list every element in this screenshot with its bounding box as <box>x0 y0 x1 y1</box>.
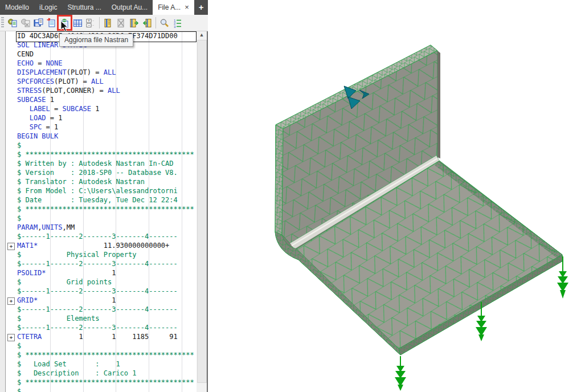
code-line[interactable]: $------1-------2-------3-------4------- <box>17 324 194 333</box>
code-line[interactable]: CEND <box>17 50 194 59</box>
code-line[interactable]: $ Physical Property <box>17 251 194 260</box>
code-line[interactable]: CTETRA 1 1 1185 91 <box>17 333 194 342</box>
code-segment: $------1-------2-------3-------4------- <box>17 260 178 268</box>
code-line[interactable]: $------1-------2-------3-------4------- <box>17 260 194 269</box>
bookmark-icon[interactable] <box>101 16 114 30</box>
code-segment: $ From Model : C:\Users\alessandrotorni <box>17 187 178 195</box>
code-line[interactable]: $ <box>17 387 194 392</box>
code-segment: NONE <box>46 59 63 67</box>
code-line[interactable]: ECHO = NONE <box>17 59 194 68</box>
code-line[interactable]: $ Translator : Autodesk Nastran <box>17 178 194 187</box>
tab-modello[interactable]: Modello <box>0 0 34 15</box>
code-line[interactable]: $ <box>17 214 194 223</box>
tab-filea[interactable]: File A...× <box>153 0 194 15</box>
expand-collapse-icon[interactable]: +− <box>84 16 97 30</box>
code-line[interactable]: $ Load Set : 1 <box>17 360 194 369</box>
nastran-code-editor[interactable]: ID 4DC3AD6E-404C-431C-89D6-7F374D71DD00S… <box>6 31 197 392</box>
code-segment: (PLOT) = <box>67 68 104 76</box>
bookmark-next-icon[interactable] <box>128 16 141 30</box>
tooltip: Aggiorna file Nastran <box>59 34 133 47</box>
find-icon[interactable] <box>158 16 171 30</box>
editor-vertical-scrollbar[interactable]: ▲ <box>197 31 207 392</box>
run-analysis-disabled-icon[interactable] <box>19 16 32 30</box>
code-line[interactable]: $ <box>17 141 194 150</box>
code-segment: $ Grid points <box>17 278 112 286</box>
tab-label: File A... <box>158 0 181 15</box>
3d-viewport[interactable] <box>208 0 581 392</box>
code-line[interactable]: $------1-------2-------3-------4------- <box>17 287 194 296</box>
code-segment: $ <box>17 141 21 149</box>
code-segment: ALL <box>104 68 116 76</box>
code-segment <box>17 114 30 122</box>
code-segment: (PLOT,CORNER) = <box>42 87 108 95</box>
code-line[interactable]: $ **************************************… <box>17 351 194 360</box>
code-segment: $ Elements <box>17 315 100 322</box>
code-line[interactable]: BEGIN BULK <box>17 132 194 141</box>
tab-struttura[interactable]: Struttura ... <box>62 0 106 15</box>
code-line[interactable]: $ Version : 2018-SP0 -- Database V8. <box>17 169 194 178</box>
panel-divider[interactable] <box>207 15 208 392</box>
code-segment: ECHO <box>17 59 34 67</box>
bookmark-prev-icon[interactable] <box>141 16 154 30</box>
code-line[interactable]: LOAD = 1 <box>17 114 194 123</box>
code-line[interactable]: $ Elements <box>17 315 194 324</box>
code-segment: $------1-------2-------3-------4------- <box>17 305 178 313</box>
menu-hamburger-icon[interactable] <box>208 0 212 15</box>
code-line[interactable]: $ Description : Carico 1 <box>17 369 194 378</box>
nastran-editor-window: { "tabbar": { "tabs": [ {"label": "Model… <box>0 0 581 392</box>
save-file-icon[interactable] <box>32 16 45 30</box>
toolbar-separator <box>156 17 156 28</box>
svg-text:−: − <box>88 23 90 27</box>
code-segment: $------1-------2-------3-------4------- <box>17 324 178 332</box>
code-line[interactable]: LABEL = SUBCASE 1 <box>17 105 194 114</box>
code-line[interactable]: GRID* 1 <box>17 296 194 305</box>
code-segment: SPCFORCES <box>17 77 54 85</box>
code-line[interactable]: STRESS(PLOT,CORNER) = ALL <box>17 87 194 96</box>
code-line[interactable]: $ Written by : Autodesk Nastran In-CAD <box>17 160 194 169</box>
fold-expand-icon[interactable]: + <box>7 334 15 341</box>
code-line[interactable]: MAT1* 11.930000000000+ <box>17 242 194 251</box>
fold-expand-icon[interactable]: + <box>7 243 15 250</box>
code-line[interactable]: SPC = 1 <box>17 123 194 132</box>
fold-expand-icon[interactable]: + <box>7 297 15 305</box>
code-line[interactable]: PARAM,UNITS,MM <box>17 223 194 232</box>
toolbar-separator <box>99 17 100 28</box>
code-segment: SUBCASE <box>63 105 92 113</box>
code-segment: BEGIN BULK <box>17 132 58 140</box>
toolbar-grip[interactable] <box>1 17 4 28</box>
tab-close-icon[interactable]: × <box>185 0 189 15</box>
code-segment: (PLOT) = <box>54 77 91 85</box>
tab-outputau[interactable]: Output Au... <box>107 0 153 15</box>
code-line[interactable]: $ **************************************… <box>17 378 194 387</box>
code-line[interactable]: $ **************************************… <box>17 150 194 160</box>
code-line[interactable]: SUBCASE 1 <box>17 96 194 105</box>
scroll-up-icon[interactable]: ▲ <box>197 32 207 38</box>
code-line[interactable]: $ From Model : C:\Users\alessandrotorni <box>17 187 194 196</box>
code-segment: $ Physical Property <box>17 251 137 259</box>
new-tab-button[interactable]: + <box>194 0 208 15</box>
code-line[interactable]: PSOLID* 1 <box>17 269 194 278</box>
code-line[interactable]: $ **************************************… <box>17 205 194 214</box>
code-segment: $ **************************************… <box>17 351 194 359</box>
code-segment: ,MM <box>62 223 75 231</box>
code-line[interactable]: $------1-------2-------3-------4------- <box>17 305 194 315</box>
code-line[interactable]: DISPLACEMENT(PLOT) = ALL <box>17 68 194 77</box>
bookmark-clear-disabled-icon[interactable] <box>114 16 128 30</box>
scrollbar-thumb[interactable] <box>197 40 207 383</box>
new-file-icon[interactable] <box>45 16 58 30</box>
numbered-list-icon[interactable]: 123 <box>171 16 184 30</box>
tab-ilogic[interactable]: iLogic <box>34 0 62 15</box>
generate-nastran-file-icon[interactable] <box>6 16 19 30</box>
code-line[interactable]: SPCFORCES(PLOT) = ALL <box>17 77 194 87</box>
code-segment: $ **************************************… <box>17 150 194 158</box>
tab-label: Struttura ... <box>67 3 101 11</box>
code-line[interactable]: $ Grid points <box>17 278 194 287</box>
panel-left-strip <box>0 31 6 392</box>
code-segment: ALL <box>91 77 104 85</box>
table-view-icon[interactable] <box>71 16 84 30</box>
code-segment: $ <box>17 387 21 392</box>
code-segment: CTETRA <box>17 333 42 341</box>
code-line[interactable]: $------1-------2-------3-------4------- <box>17 232 194 242</box>
code-line[interactable]: $ Date : Tuesday, Tue Dec 12 22:4 <box>17 196 194 205</box>
code-line[interactable]: $ <box>17 342 194 351</box>
